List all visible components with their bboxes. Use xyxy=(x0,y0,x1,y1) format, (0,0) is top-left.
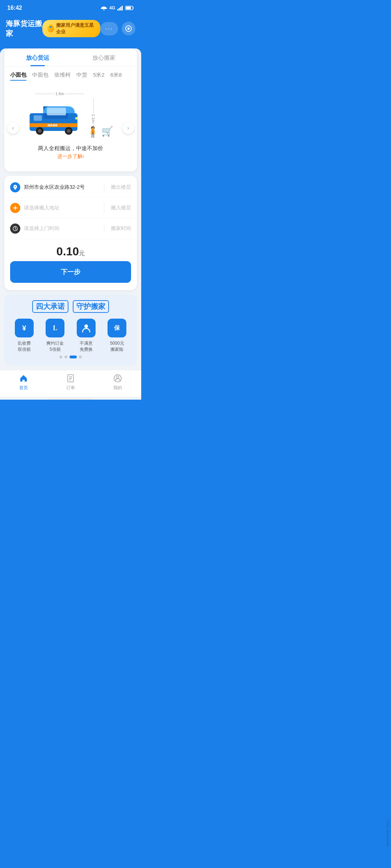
home-icon xyxy=(18,373,29,383)
dot-1 xyxy=(59,356,62,358)
vehicle-type-5m2[interactable]: 5米2 xyxy=(93,72,105,81)
overcharge-label: 乱收费双倍赔 xyxy=(18,340,31,353)
to-address-placeholder: 请选择搬入地址 xyxy=(24,205,97,211)
orders-icon xyxy=(66,373,76,383)
dot-2 xyxy=(64,356,67,358)
badge-icon: 🏅 xyxy=(47,25,54,33)
scan-icon xyxy=(125,25,132,32)
overcharge-icon: ¥ xyxy=(15,319,34,337)
home-indicator xyxy=(49,398,92,400)
next-step-button[interactable]: 下一步 xyxy=(10,261,131,283)
svg-rect-0 xyxy=(117,9,118,10)
mine-icon xyxy=(113,373,123,383)
svg-rect-3 xyxy=(122,6,123,10)
prev-vehicle-button[interactable]: ‹ xyxy=(7,122,19,134)
nav-mine[interactable]: 我的 xyxy=(94,373,141,391)
carousel-dots xyxy=(10,353,131,360)
status-bar: 16:42 4G xyxy=(0,0,141,16)
vehicle-showcase: ‹ › 1.6m xyxy=(4,84,137,171)
to-floor-placeholder: 搬入楼层 xyxy=(111,205,131,211)
to-location-icon xyxy=(10,203,20,213)
vehicle-type-mid-truck[interactable]: 中货 xyxy=(76,72,87,81)
from-location-icon xyxy=(10,182,20,192)
home-label: 首页 xyxy=(19,385,28,391)
vehicle-type-mid-van[interactable]: 中面包 xyxy=(32,72,49,81)
svg-text:海豚搬家: 海豚搬家 xyxy=(47,124,58,127)
promises-title-part1: 四大承诺 xyxy=(32,300,68,313)
moving-time-placeholder: 搬家时间 xyxy=(111,225,131,232)
cart-figure: 🛒 xyxy=(101,126,113,137)
from-floor-placeholder: 搬出楼层 xyxy=(111,184,131,191)
form-divider-3 xyxy=(104,224,104,234)
dot-4 xyxy=(79,356,82,358)
svg-point-23 xyxy=(84,324,88,328)
next-vehicle-button[interactable]: › xyxy=(122,122,134,134)
badge-text: 搬家用户满意五星企业 xyxy=(56,22,95,35)
promises-title: 四大承诺 守护搬家 xyxy=(10,300,131,313)
vehicle-more-link[interactable]: 进一步了解› xyxy=(10,153,131,166)
nav-home[interactable]: 首页 xyxy=(0,373,47,391)
insurance-label: 5000元搬家险 xyxy=(110,340,124,353)
order-icon: L xyxy=(46,319,64,337)
dot-3 xyxy=(70,356,77,358)
app-title: 海豚货运搬家 xyxy=(6,19,42,38)
svg-rect-2 xyxy=(120,7,121,10)
to-address-row[interactable]: 请选择搬入地址 搬入楼层 xyxy=(4,198,137,218)
more-button[interactable]: ··· xyxy=(100,22,118,35)
from-address-text: 郑州市金水区农业路32-2号 xyxy=(24,184,97,191)
signal-4g: 4G xyxy=(109,5,115,10)
main-tabs: 放心货运 放心搬家 xyxy=(4,48,137,67)
insurance-icon: 保 xyxy=(108,319,126,337)
form-divider-1 xyxy=(104,182,104,192)
price-amount: 0.10 xyxy=(56,245,79,258)
header-actions: ··· xyxy=(100,22,135,35)
svg-point-8 xyxy=(127,27,130,30)
vehicle-type-6m8[interactable]: 6米8 xyxy=(110,72,122,81)
header-badge[interactable]: 🏅 搬家用户满意五星企业 xyxy=(42,20,100,37)
promises-title-part2: 守护搬家 xyxy=(73,300,109,313)
svg-rect-6 xyxy=(126,7,131,9)
status-icons: 4G xyxy=(101,5,134,10)
svg-point-16 xyxy=(38,129,42,133)
status-time: 16:42 xyxy=(7,5,22,11)
time-row[interactable]: 请选择上门时间 搬家时间 xyxy=(4,218,137,239)
vehicle-description: 两人全程搬运，中途不加价 xyxy=(10,142,131,153)
form-divider-2 xyxy=(104,203,104,213)
time-placeholder: 请选择上门时间 xyxy=(24,225,97,232)
order-label: 爽约订金5倍赔 xyxy=(46,340,64,353)
bottom-nav: 首页 订单 我的 xyxy=(0,370,141,397)
svg-point-18 xyxy=(67,129,71,133)
tab-moving[interactable]: 放心搬家 xyxy=(71,48,137,66)
dimension-height: 1.1m xyxy=(91,99,96,138)
signal-icon xyxy=(117,5,123,10)
scan-button[interactable] xyxy=(122,22,135,35)
vehicle-type-small-van[interactable]: 小面包 xyxy=(10,72,26,81)
price-unit: 元 xyxy=(79,250,85,256)
price-section: 0.10元 xyxy=(4,239,137,261)
time-icon xyxy=(10,224,20,234)
dimension-width: 1.6m xyxy=(35,92,84,96)
promise-unsatisfied: 不满意免费换 xyxy=(77,319,96,353)
orders-label: 订单 xyxy=(66,385,75,391)
tab-freight[interactable]: 放心货运 xyxy=(4,48,71,66)
svg-rect-12 xyxy=(34,115,42,121)
promise-insurance: 保 5000元搬家险 xyxy=(108,319,126,353)
battery-icon xyxy=(125,5,134,10)
nav-orders[interactable]: 订单 xyxy=(47,373,94,391)
unsatisfied-icon xyxy=(77,319,96,337)
header: 海豚货运搬家 🏅 搬家用户满意五星企业 ··· xyxy=(0,16,141,44)
from-address-row[interactable]: 郑州市金水区农业路32-2号 搬出楼层 xyxy=(4,177,137,198)
promise-order: L 爽约订金5倍赔 xyxy=(46,319,64,353)
promises-grid: ¥ 乱收费双倍赔 L 爽约订金5倍赔 不满意免费换 xyxy=(10,319,131,353)
svg-point-29 xyxy=(117,376,119,378)
vehicle-type-iveco[interactable]: 依维柯 xyxy=(54,72,71,81)
main-content: 放心货运 放心搬家 小面包 中面包 依维柯 中货 5米2 6米8 ‹ › xyxy=(0,48,141,400)
wifi-icon xyxy=(101,5,107,10)
svg-rect-11 xyxy=(47,108,66,115)
vehicle-card: 放心货运 放心搬家 小面包 中面包 依维柯 中货 5米2 6米8 ‹ › xyxy=(4,48,137,171)
unsatisfied-label: 不满意免费换 xyxy=(80,340,93,353)
promise-overcharge: ¥ 乱收费双倍赔 xyxy=(15,319,34,353)
svg-rect-1 xyxy=(119,8,120,10)
van-illustration: 海豚搬家 xyxy=(28,99,83,139)
mine-label: 我的 xyxy=(113,385,122,391)
